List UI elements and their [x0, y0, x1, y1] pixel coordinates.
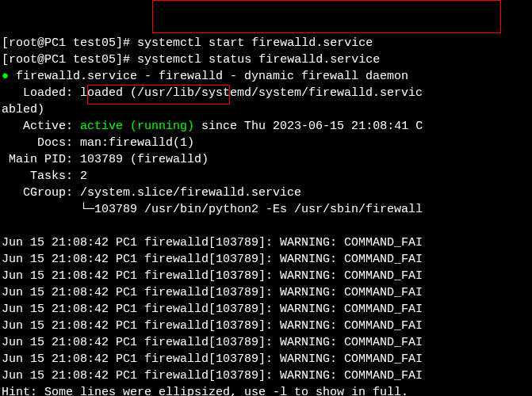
terminal-output: [root@PC1 test05]# systemctl start firew… [2, 18, 530, 396]
cgroup-line: CGroup: /system.slice/firewalld.service [23, 186, 301, 200]
tasks-line: Tasks: 2 [30, 169, 87, 183]
loaded-line: Loaded: loaded (/usr/lib/systemd/system/… [23, 86, 423, 100]
log-line: Jun 15 21:08:42 PC1 firewalld[103789]: W… [2, 319, 423, 333]
command-1: systemctl start firewalld.service [137, 36, 373, 50]
mainpid-line: Main PID: 103789 (firewalld) [9, 153, 209, 166]
log-line: Jun 15 21:08:42 PC1 firewalld[103789]: W… [2, 253, 423, 266]
status-bullet-icon: ● [2, 70, 9, 83]
log-line: Jun 15 21:08:42 PC1 firewalld[103789]: W… [2, 369, 423, 383]
log-line: Jun 15 21:08:42 PC1 firewalld[103789]: W… [2, 236, 423, 249]
prompt-line-1: [root@PC1 test05]# systemctl start firew… [2, 36, 373, 50]
log-line: Jun 15 21:08:42 PC1 firewalld[103789]: W… [2, 352, 423, 366]
active-state: active (running) [80, 120, 194, 133]
log-line: Jun 15 21:08:42 PC1 firewalld[103789]: W… [2, 303, 423, 316]
log-line: Jun 15 21:08:42 PC1 firewalld[103789]: W… [2, 269, 423, 283]
docs-line: Docs: man:firewalld(1) [37, 136, 194, 150]
cgroup-child: └─103789 /usr/bin/python2 -Es /usr/sbin/… [80, 203, 423, 216]
hint-line: Hint: Some lines were ellipsized, use -l… [2, 386, 408, 396]
service-header: firewalld.service - firewalld - dynamic … [16, 70, 408, 83]
prompt-line-2: [root@PC1 test05]# systemctl status fire… [2, 53, 380, 67]
log-line: Jun 15 21:08:42 PC1 firewalld[103789]: W… [2, 286, 423, 299]
log-line: Jun 15 21:08:42 PC1 firewalld[103789]: W… [2, 336, 423, 349]
command-2: systemctl status firewalld.service [137, 53, 380, 67]
